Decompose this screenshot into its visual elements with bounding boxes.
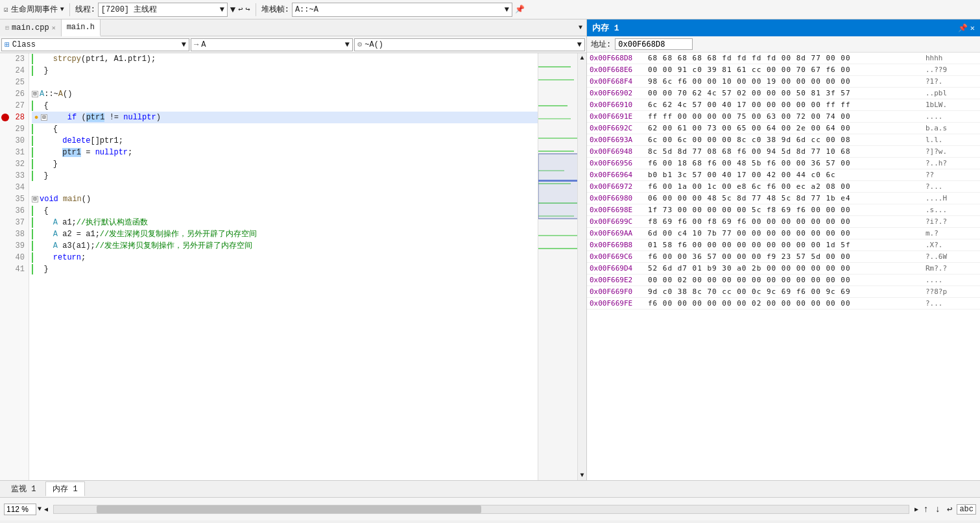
tab-main-h[interactable]: main.h <box>62 19 101 36</box>
tab-dropdown[interactable]: ▼ <box>575 24 586 31</box>
mem-addr: 0x00F669FE <box>590 299 648 308</box>
memory-row: 0x00F668F4 98 6c f6 00 00 10 00 00 19 00… <box>587 76 980 88</box>
memory-close-icon[interactable]: ✕ <box>970 23 975 33</box>
horizontal-scrollbar[interactable] <box>53 505 909 514</box>
memory-row: 0x00F669C6 f6 00 00 36 57 00 00 00 f9 23… <box>587 251 980 263</box>
mem-bytes: b0 b1 3c 57 00 40 17 00 42 00 44 c0 6c <box>648 171 926 179</box>
filter-icon[interactable]: ▼ <box>230 5 235 15</box>
zoom-input[interactable] <box>4 504 36 515</box>
ln-26: 26 <box>0 88 29 100</box>
mem-addr: 0x00F66948 <box>590 147 648 156</box>
svg-rect-11 <box>538 248 577 249</box>
memory-row: 0x00F66948 8c 5d 8d 77 08 68 f6 00 94 5d… <box>587 146 980 158</box>
breakpoint-dot <box>1 114 9 121</box>
memory-pin-icon[interactable]: 📌 <box>958 23 968 33</box>
mem-bytes: 6c 00 6c 00 00 00 8c c0 38 9d 6d cc 00 0… <box>648 136 926 144</box>
code-text-38: A a2 = a1;//发生深拷贝复制操作，另外开辟了内存空间 <box>34 228 257 240</box>
mem-bytes: 00 00 02 00 00 00 00 00 00 00 00 00 00 0… <box>648 276 926 284</box>
bottom-tab-jianshu[interactable]: 监视 1 <box>4 481 43 496</box>
collapse-35[interactable]: ⊟ <box>32 196 38 202</box>
mem-bytes: 06 00 00 00 48 5c 8d 77 48 5c 8d 77 1b e… <box>648 194 926 202</box>
memory-row: 0x00F669AA 6d 00 c4 10 7b 77 00 00 00 00… <box>587 228 980 239</box>
event-dropdown-arrow[interactable]: ▼ <box>60 6 64 13</box>
nav-bar: ⊞ Class ▼ → A ▼ ⚙ ~A() ▼ <box>0 36 586 53</box>
toolbar-btn-abc[interactable]: abc <box>957 504 976 515</box>
toolbar-btn-up[interactable]: ↑ <box>921 504 930 515</box>
mem-addr: 0x00F668E6 <box>590 66 648 74</box>
code-line-33: } <box>32 170 538 182</box>
member-dropdown[interactable]: → A ▼ <box>191 38 353 51</box>
class-icon: ⊞ <box>5 40 10 50</box>
mem-chars: ?..h? <box>926 159 977 167</box>
main-area: ⊞ main.cpp ✕ main.h ▼ ⊞ Class ▼ → A ▼ ⚙ <box>0 19 980 480</box>
scroll-down[interactable]: ▼ <box>580 472 584 479</box>
indent-bar <box>32 136 33 146</box>
mem-addr: 0x00F669AA <box>590 229 648 237</box>
mem-chars: ?..6W <box>926 252 977 261</box>
bottom-tab-neicun[interactable]: 内存 1 <box>45 481 84 496</box>
mem-bytes: 68 68 68 68 68 fd fd fd fd 00 8d 77 00 0… <box>648 54 926 62</box>
code-line-41: } <box>32 263 538 275</box>
code-line-28: ● ⊟ if (ptr1 != nullptr) <box>32 112 538 123</box>
editor-pane: ⊞ main.cpp ✕ main.h ▼ ⊞ Class ▼ → A ▼ ⚙ <box>0 19 587 480</box>
code-line-32: } <box>32 158 538 170</box>
scrollbar-h-thumb[interactable] <box>97 505 481 513</box>
indent-bar <box>32 264 33 274</box>
memory-addr-input[interactable] <box>615 38 693 50</box>
memory-row: 0x00F66956 f6 00 18 68 f6 00 48 5b f6 00… <box>587 158 980 169</box>
toolbar-btn-down[interactable]: ↓ <box>933 504 942 515</box>
mem-bytes: 6d 00 c4 10 7b 77 00 00 00 00 00 00 00 0… <box>648 229 926 237</box>
pin-icon[interactable]: 📌 <box>515 5 525 14</box>
memory-pane: 内存 1 📌 ✕ 地址: 0x00F668D8 68 68 68 68 68 f… <box>587 19 980 480</box>
indent-bar <box>32 217 33 228</box>
code-text-35: void main() <box>40 193 91 205</box>
scroll-up[interactable]: ▲ <box>580 55 584 62</box>
thread-dropdown[interactable]: [7200] 主线程 ▼ <box>98 3 228 17</box>
collapse-26[interactable]: ⊟ <box>32 91 38 97</box>
ln-32: 32 <box>0 158 29 170</box>
stack-label: 堆栈帧: <box>261 4 289 15</box>
memory-row: 0x00F6698E 1f 73 00 00 00 00 00 5c f8 69… <box>587 204 980 216</box>
code-text-24: } <box>34 65 49 77</box>
mem-addr: 0x00F669E2 <box>590 276 648 284</box>
mem-chars: ....H <box>926 194 977 202</box>
ln-23: 23 <box>0 53 29 65</box>
toolbar-btn-return[interactable]: ↩ <box>945 504 954 515</box>
back-icon[interactable]: ↩ <box>238 5 243 14</box>
code-text-36: { <box>34 205 49 217</box>
tab-main-cpp-close[interactable]: ✕ <box>52 24 56 32</box>
member-arrow-icon: → <box>194 40 198 49</box>
svg-rect-4 <box>538 138 577 139</box>
code-text-41: } <box>34 263 49 275</box>
code-content[interactable]: strcpy(ptr1, A1.ptr1); } ⊟ A::~A() <box>29 53 538 480</box>
code-line-39: A a3(a1);//发生深拷贝复制操作，另外开辟了内存空间 <box>32 240 538 252</box>
ln-36: 36 <box>0 205 29 217</box>
mem-addr: 0x00F6699C <box>590 217 648 226</box>
tab-main-cpp[interactable]: ⊞ main.cpp ✕ <box>0 19 62 36</box>
memory-row: 0x00F66910 6c 62 4c 57 00 40 17 00 00 00… <box>587 99 980 111</box>
collapse-28[interactable]: ⊟ <box>41 114 47 121</box>
mem-chars: hhhh <box>926 54 977 62</box>
ln-27: 27 <box>0 100 29 112</box>
forward-icon[interactable]: ↪ <box>245 5 250 14</box>
class-dropdown[interactable]: ⊞ Class ▼ <box>1 38 189 51</box>
mem-addr: 0x00F66980 <box>590 194 648 202</box>
class-dropdown-arrow: ▼ <box>182 40 186 49</box>
svg-rect-5 <box>538 151 574 152</box>
memory-row: 0x00F66972 f6 00 1a 00 1c 00 e8 6c f6 00… <box>587 181 980 193</box>
stack-dropdown[interactable]: A::~A ▼ <box>292 3 512 17</box>
scroll-right-btn[interactable]: ▶ <box>914 505 918 513</box>
scroll-left-btn[interactable]: ◀ <box>44 505 48 513</box>
zoom-dropdown-arrow[interactable]: ▼ <box>38 505 42 513</box>
mem-bytes: ff ff 00 00 00 00 75 00 63 00 72 00 74 0… <box>648 112 926 121</box>
func-dropdown[interactable]: ⚙ ~A() ▼ <box>354 38 585 51</box>
memory-row: 0x00F669B8 01 58 f6 00 00 00 00 00 00 00… <box>587 239 980 251</box>
mem-chars: ??8?p <box>926 287 977 296</box>
minimap[interactable]: ▲ ▼ <box>538 53 586 480</box>
mem-bytes: 1f 73 00 00 00 00 00 5c f8 69 f6 00 00 0… <box>648 206 926 214</box>
mem-bytes: f8 69 f6 00 f8 69 f6 00 00 00 00 00 00 0… <box>648 217 926 226</box>
memory-row: 0x00F668D8 68 68 68 68 68 fd fd fd fd 00… <box>587 53 980 64</box>
mem-bytes: 8c 5d 8d 77 08 68 f6 00 94 5d 8d 77 10 6… <box>648 147 926 156</box>
mem-chars: l.l. <box>926 136 977 144</box>
ln-25: 25 <box>0 77 29 88</box>
